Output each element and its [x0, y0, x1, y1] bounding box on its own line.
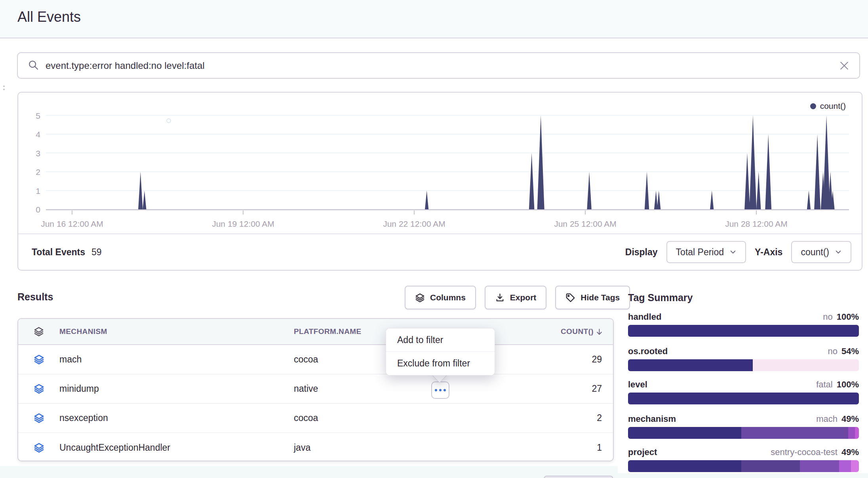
tag-summary-entry: projectsentry-cocoa-test49%: [628, 447, 859, 472]
export-button[interactable]: Export: [485, 286, 547, 309]
x-axis-tick-label: Jun 16 12:00 AM: [41, 219, 103, 228]
x-axis-tick-label: Jun 28 12:00 AM: [725, 219, 788, 228]
chart-footer: Total Events 59 Display Total Period Y-A…: [18, 233, 862, 270]
chart-spike[interactable]: [823, 116, 830, 210]
table-row[interactable]: UncaughtExceptionHandlerjava1: [18, 433, 613, 461]
chart-spike[interactable]: [537, 116, 544, 210]
tag-bar-segment[interactable]: [741, 460, 800, 472]
chart-spike[interactable]: [710, 191, 714, 210]
chart-spike[interactable]: [425, 191, 428, 210]
y-axis-tick-label: 2: [36, 167, 40, 176]
page-header: All Events: [0, 0, 868, 38]
layers-icon: [34, 354, 44, 365]
tag-bar-segment[interactable]: [753, 359, 859, 371]
table-row[interactable]: nsexceptioncocoa2: [18, 404, 613, 433]
tag-icon: [565, 293, 575, 303]
pagination-button[interactable]: [544, 476, 613, 478]
tag-distribution-bar[interactable]: [628, 325, 859, 337]
tag-name: os.rooted: [628, 346, 668, 357]
row-actions-button[interactable]: [431, 381, 449, 399]
menu-item-exclude-from-filter[interactable]: Exclude from filter: [386, 352, 495, 375]
edit-columns-layers-icon[interactable]: [18, 326, 59, 337]
tag-top-percent: 100%: [837, 312, 859, 322]
cell-count[interactable]: 1: [492, 442, 613, 453]
tag-summary-entry: levelfatal100%: [628, 379, 859, 404]
tag-bar-segment[interactable]: [628, 359, 753, 371]
chart-spike[interactable]: [744, 153, 750, 210]
row-layers-icon[interactable]: [18, 442, 59, 453]
tag-bar-segment[interactable]: [628, 427, 741, 439]
cell-count[interactable]: 2: [492, 413, 613, 423]
page-background-strip: [618, 473, 868, 478]
tag-distribution-bar[interactable]: [628, 393, 859, 404]
cell-count[interactable]: 27: [492, 383, 613, 394]
drag-handle-icon: [3, 85, 6, 92]
tag-bar-segment[interactable]: [848, 427, 855, 439]
chart-spike[interactable]: [749, 116, 756, 210]
cell-mechanism[interactable]: minidump: [59, 383, 294, 394]
column-header-mechanism[interactable]: MECHANISM: [59, 327, 294, 336]
events-chart-panel: 012345Jun 16 12:00 AMJun 19 12:00 AMJun …: [17, 92, 862, 271]
tag-bar-segment[interactable]: [628, 460, 741, 472]
tag-name: mechanism: [628, 414, 676, 424]
tag-top-value: no: [828, 346, 837, 356]
cell-platform-name[interactable]: cocoa: [294, 413, 492, 423]
download-icon: [495, 293, 505, 303]
chart-spike[interactable]: [143, 191, 146, 210]
tag-top-value: sentry-cocoa-test: [771, 447, 838, 457]
tag-bar-segment[interactable]: [741, 427, 849, 439]
display-label: Display: [625, 247, 658, 258]
tag-distribution-bar[interactable]: [628, 460, 859, 472]
cell-mechanism[interactable]: mach: [59, 354, 294, 365]
tag-bar-segment[interactable]: [839, 460, 851, 472]
table-row[interactable]: minidumpnative27: [18, 374, 613, 404]
cell-platform-name[interactable]: java: [294, 442, 492, 453]
cell-mechanism[interactable]: nsexception: [59, 413, 294, 423]
cell-mechanism[interactable]: UncaughtExceptionHandler: [59, 442, 294, 453]
row-layers-icon[interactable]: [18, 354, 59, 365]
column-header-count[interactable]: COUNT(): [492, 327, 613, 336]
tag-bar-segment[interactable]: [851, 460, 859, 472]
tag-distribution-bar[interactable]: [628, 359, 859, 371]
hide-tags-button[interactable]: Hide Tags: [555, 286, 630, 309]
table-row[interactable]: machcocoa29: [18, 345, 613, 374]
results-table: MECHANISM PLATFORM.NAME COUNT() machcoco…: [17, 318, 614, 461]
chart-spike[interactable]: [529, 153, 535, 210]
columns-button-label: Columns: [430, 293, 466, 302]
table-header-row: MECHANISM PLATFORM.NAME COUNT(): [18, 319, 613, 345]
layers-icon: [34, 442, 44, 453]
sort-desc-arrow-icon: [595, 327, 603, 336]
search-input[interactable]: event.type:error handled:no level:fatal: [46, 60, 205, 71]
tag-bar-segment[interactable]: [628, 325, 859, 337]
events-chart[interactable]: 012345Jun 16 12:00 AMJun 19 12:00 AMJun …: [18, 93, 862, 236]
tag-bar-segment[interactable]: [800, 460, 839, 472]
tag-summary-entry: handledno100%: [628, 312, 859, 337]
tag-top-value: fatal: [816, 379, 833, 389]
total-events-value: 59: [91, 247, 102, 258]
clear-search-icon[interactable]: [839, 60, 850, 71]
y-axis-tick-label: 5: [36, 111, 40, 120]
chart-spike[interactable]: [807, 191, 811, 210]
display-dropdown[interactable]: Total Period: [666, 241, 746, 263]
row-layers-icon[interactable]: [18, 413, 59, 423]
cell-count[interactable]: 29: [492, 354, 613, 365]
context-menu: Add to filterExclude from filter: [386, 328, 495, 376]
chart-legend[interactable]: count(): [810, 101, 846, 111]
x-axis-tick-label: Jun 25 12:00 AM: [554, 219, 617, 228]
tag-bar-segment[interactable]: [628, 393, 859, 404]
tag-summary-heading: Tag Summary: [628, 292, 693, 303]
columns-button[interactable]: Columns: [405, 286, 476, 309]
row-layers-icon[interactable]: [18, 383, 59, 394]
cell-platform-name[interactable]: native: [294, 383, 492, 394]
y-axis-tick-label: 1: [36, 186, 40, 195]
tag-bar-segment[interactable]: [855, 427, 859, 439]
chart-spike[interactable]: [657, 191, 661, 210]
chart-spike[interactable]: [654, 191, 658, 210]
tag-name: project: [628, 447, 657, 457]
menu-item-add-to-filter[interactable]: Add to filter: [386, 328, 495, 352]
tag-name: level: [628, 379, 647, 390]
search-bar[interactable]: event.type:error handled:no level:fatal: [17, 52, 860, 79]
tag-distribution-bar[interactable]: [628, 427, 859, 439]
yaxis-dropdown[interactable]: count(): [791, 241, 851, 263]
tag-summary-entry: os.rootedno54%: [628, 346, 859, 371]
